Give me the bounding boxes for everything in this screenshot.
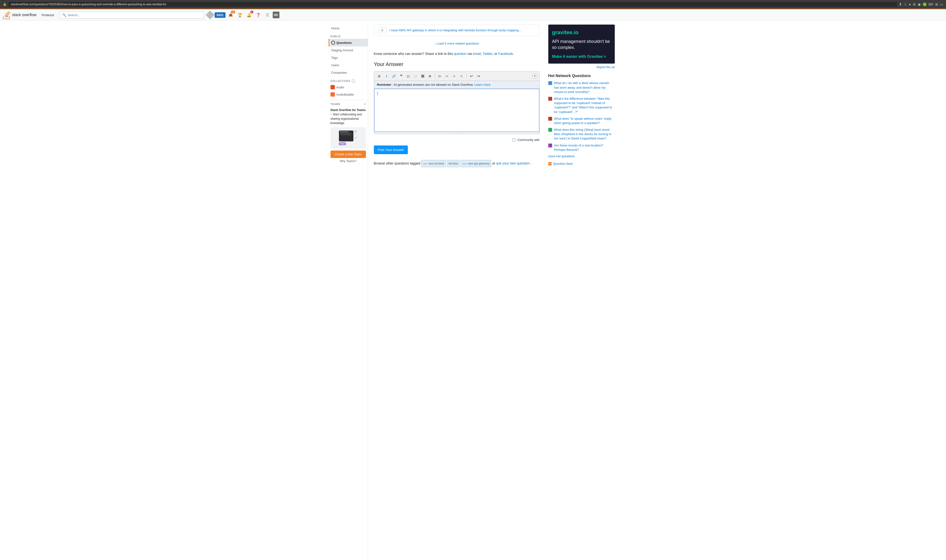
post-answer-button[interactable]: Post Your Answer bbox=[374, 146, 408, 154]
inbox-button[interactable]: 📥 11 bbox=[227, 11, 235, 19]
hamburger-button[interactable]: ☰ bbox=[263, 11, 271, 19]
toolbar-image[interactable]: 🖼 bbox=[419, 73, 426, 79]
toolbar-blockquote[interactable]: ❝ bbox=[398, 73, 405, 79]
hot-question-site-icon bbox=[548, 97, 552, 101]
collective-audiobubble[interactable]: AudioBubble bbox=[329, 91, 368, 98]
ad-box: gravitee.io API management shouldn't be … bbox=[548, 25, 615, 64]
tag-aws-api-gateway[interactable]: aws aws-api-gateway bbox=[461, 160, 491, 167]
community-wiki-label[interactable]: Community wiki bbox=[517, 138, 539, 142]
search-bar[interactable]: 🔍 bbox=[60, 11, 204, 18]
reputation-badge[interactable]: 5431 bbox=[215, 12, 226, 18]
diamond-icon[interactable] bbox=[206, 11, 214, 20]
sidebar-item-users[interactable]: Users bbox=[329, 62, 368, 69]
extension-icon-2[interactable]: ⚙ bbox=[913, 2, 916, 6]
hot-question-link[interactable]: What do I do with a desk whose varnish h… bbox=[554, 81, 615, 94]
share-section: Know someone who can answer? Share a lin… bbox=[374, 51, 540, 56]
lock-icon: 🔒 bbox=[3, 3, 6, 6]
toolbar-html[interactable]: ⊞ bbox=[427, 73, 433, 79]
audio-collective-icon bbox=[331, 85, 335, 89]
related-question-link[interactable]: I have AWS API gateway in which it is in… bbox=[389, 28, 521, 32]
hot-question-site-icon bbox=[548, 143, 552, 148]
community-wiki-checkbox[interactable] bbox=[512, 138, 515, 142]
editor-body[interactable] bbox=[374, 89, 539, 132]
bookmark-icon[interactable]: ☆ bbox=[904, 2, 907, 6]
extension-icon-5[interactable]: BR bbox=[929, 2, 933, 6]
help-button[interactable]: ❓ bbox=[254, 11, 262, 19]
teams-section: TEAMS × Stack Overflow for Teams – Start… bbox=[329, 100, 368, 165]
question-feed[interactable]: RSS Question feed bbox=[548, 162, 615, 165]
main-layout: Home PUBLIC Questions Staging Ground Tag… bbox=[329, 21, 618, 560]
hot-question-link[interactable]: Are these murals of a real location? Per… bbox=[554, 143, 615, 152]
tab-icon[interactable]: ▭ bbox=[940, 2, 943, 6]
sidebar-item-staging-ground[interactable]: Staging Ground bbox=[329, 46, 368, 54]
toolbar-unordered-list[interactable]: •≡ bbox=[444, 73, 451, 79]
browser-url[interactable]: stackoverflow.com/questions/76525382/how… bbox=[8, 2, 897, 7]
related-question-card: 0 I have AWS API gateway in which it is … bbox=[374, 25, 540, 36]
reviews-button[interactable]: 🔔 1 bbox=[245, 11, 253, 19]
hot-question-link[interactable]: What does this string ('[they] have stoo… bbox=[554, 128, 615, 141]
extension-icon-4[interactable]: 🟢 bbox=[923, 2, 927, 6]
editor-cursor bbox=[377, 92, 378, 95]
search-input[interactable] bbox=[68, 13, 202, 17]
hot-question-item: What do I do with a desk whose varnish h… bbox=[548, 81, 615, 94]
learn-more-link[interactable]: Learn more bbox=[474, 83, 490, 86]
audiobubble-collective-icon bbox=[331, 92, 335, 97]
hot-question-link[interactable]: What does "to speak without notes" imply… bbox=[554, 117, 615, 125]
load-more-link[interactable]: ↓ Load 5 more related questions bbox=[434, 42, 479, 45]
extension-icon-6[interactable]: ⊞ bbox=[935, 2, 938, 6]
sidebar-item-tags[interactable]: Tags bbox=[329, 54, 368, 62]
extension-icon-3[interactable]: ◉ bbox=[918, 2, 921, 6]
more-hot-questions-link[interactable]: more hot questions bbox=[548, 154, 615, 158]
why-teams-link[interactable]: Why Teams? bbox=[331, 160, 366, 163]
hot-question-link[interactable]: What's the difference between "Was this … bbox=[554, 97, 615, 114]
toolbar-undo[interactable]: ↩ bbox=[468, 73, 475, 79]
create-team-button[interactable]: Create a free Team bbox=[331, 151, 366, 158]
toolbar-redo[interactable]: ↪ bbox=[475, 73, 482, 79]
toolbar-align-right[interactable]: ≡ bbox=[458, 73, 465, 79]
share-email-link[interactable]: email bbox=[473, 52, 481, 55]
toolbar-divider-1 bbox=[435, 74, 435, 78]
editor-container: B I 🔗 ❝ {} ⬜ 🖼 ⊞ 1≡ •≡ ≡ ≡ ↩ ↪ ? Rem bbox=[374, 71, 540, 134]
hot-question-site-icon bbox=[548, 128, 552, 132]
products-nav-item[interactable]: Products bbox=[39, 12, 56, 18]
collective-audio[interactable]: Audio bbox=[329, 83, 368, 91]
hot-question-item: Are these murals of a real location? Per… bbox=[548, 143, 615, 152]
share-facebook-link[interactable]: Facebook bbox=[498, 52, 513, 55]
so-logo[interactable]: stack overflow bbox=[3, 11, 36, 20]
toolbar-ordered-list[interactable]: 1≡ bbox=[437, 73, 443, 79]
extension-icon-1[interactable]: ♦ bbox=[909, 2, 911, 6]
header-nav: Products bbox=[39, 12, 56, 18]
globe-icon bbox=[331, 41, 335, 45]
report-ad-link[interactable]: Report this ad bbox=[548, 66, 615, 69]
editor-resize-handle[interactable]: · · · · · bbox=[374, 132, 539, 134]
toolbar-align-left[interactable]: ≡ bbox=[451, 73, 458, 79]
ad-cta-button[interactable]: Make it easier with Gravitee > bbox=[552, 54, 606, 59]
teams-close-icon[interactable]: × bbox=[364, 102, 366, 106]
sidebar: Home PUBLIC Questions Staging Ground Tag… bbox=[329, 21, 368, 560]
toolbar-link[interactable]: 🔗 bbox=[391, 73, 397, 79]
sidebar-item-home[interactable]: Home bbox=[329, 25, 368, 32]
toolbar-help[interactable]: ? bbox=[532, 74, 537, 79]
share-icon[interactable]: ⬆ bbox=[899, 2, 902, 6]
sidebar-item-companies[interactable]: Companies bbox=[329, 69, 368, 76]
header-actions: 5431 📥 11 🏆 🔔 1 ❓ ☰ BR bbox=[207, 11, 280, 19]
toolbar-code-inline[interactable]: {} bbox=[405, 73, 412, 79]
teams-title: TEAMS bbox=[331, 103, 340, 106]
toolbar-bold[interactable]: B bbox=[376, 73, 383, 79]
sidebar-item-questions[interactable]: Questions bbox=[329, 39, 368, 46]
reviews-badge: 1 bbox=[250, 11, 254, 14]
share-twitter-link[interactable]: Twitter bbox=[483, 52, 492, 55]
browse-tags-section: Browse other questions tagged aws aws-la… bbox=[374, 160, 540, 167]
user-avatar[interactable]: BR bbox=[273, 12, 280, 18]
achievements-button[interactable]: 🏆 bbox=[236, 11, 244, 19]
hot-question-site-icon bbox=[548, 117, 552, 121]
toolbar-italic[interactable]: I bbox=[383, 73, 390, 79]
tag-aws-lambda[interactable]: aws aws-lambda bbox=[421, 160, 446, 167]
hot-network-title: Hot Network Questions bbox=[548, 74, 615, 78]
ask-own-question-link[interactable]: ask your own question bbox=[496, 162, 530, 165]
tag-lambda[interactable]: lambda bbox=[447, 160, 460, 167]
collectives-info-icon[interactable]: i bbox=[352, 79, 355, 83]
chat-bubbles: ✓ bbox=[354, 131, 357, 145]
toolbar-code-block[interactable]: ⬜ bbox=[412, 73, 419, 79]
share-question-link[interactable]: question bbox=[454, 52, 467, 55]
